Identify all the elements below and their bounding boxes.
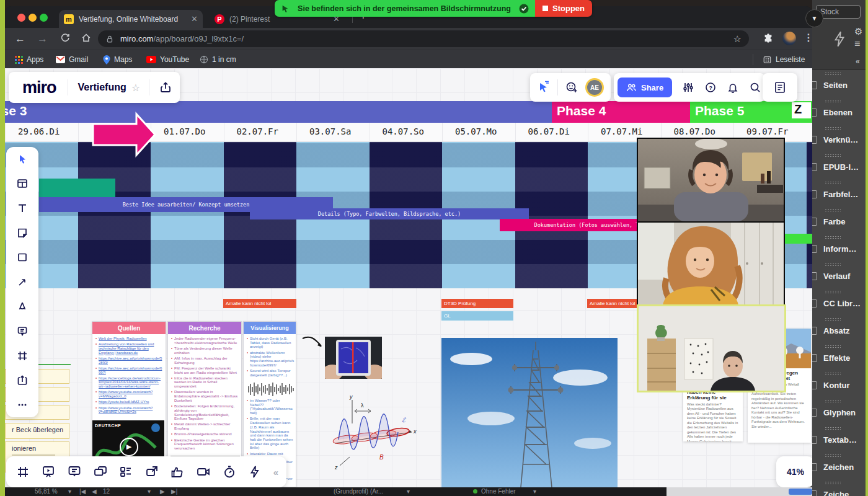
comment-tool[interactable]	[6, 319, 38, 343]
browser-menu-icon[interactable]: ⋮	[804, 32, 812, 43]
reload-button[interactable]	[60, 32, 71, 43]
add-reaction-icon[interactable]	[565, 81, 578, 94]
lightning-icon[interactable]	[833, 31, 846, 47]
panel-tab[interactable]: EPUB-I…	[812, 154, 866, 179]
frame-title-tag[interactable]: Z	[792, 102, 811, 118]
forward-button[interactable]: →	[37, 33, 48, 45]
collapse-toolbar-icon[interactable]: «	[273, 467, 277, 477]
extensions-puzzle-icon[interactable]	[763, 33, 774, 44]
preflight-status[interactable]: Ohne Fehler	[481, 488, 516, 495]
panel-tab[interactable]: Textab…	[812, 427, 866, 451]
share-button[interactable]: Share	[618, 78, 672, 97]
board-title[interactable]: Vertiefung	[78, 82, 126, 93]
frame-tool[interactable]	[6, 344, 38, 368]
first-page-icon[interactable]: |◀	[79, 488, 86, 495]
tag-dt3d[interactable]: DT3D Prüfung	[441, 299, 513, 308]
notes-doc-icon[interactable]	[773, 81, 787, 94]
templates-tool[interactable]	[6, 172, 38, 195]
reading-list-button[interactable]: Leseliste	[763, 53, 805, 66]
favorite-star-icon[interactable]: ☆	[131, 82, 140, 94]
panel-tab[interactable]: Seiten	[812, 72, 866, 97]
search-icon[interactable]	[749, 81, 761, 94]
page-number[interactable]: 12	[103, 488, 110, 495]
upload-tool[interactable]	[6, 368, 38, 392]
export-button[interactable]	[144, 464, 159, 479]
video-call-camera-button[interactable]	[196, 464, 211, 479]
document-zoom-value[interactable]: 56,81 %	[35, 488, 58, 495]
gantt-bar-details[interactable]: Details (Typo, Farbwelten, Bildsprache, …	[250, 208, 529, 219]
panel-tab[interactable]: Zeichen	[812, 454, 866, 479]
panel-tab[interactable]: Verlauf	[812, 263, 866, 288]
bookmark-star-icon[interactable]: ☆	[733, 33, 742, 45]
gantt-bar-teal[interactable]	[39, 179, 115, 197]
collapse-panel-icon[interactable]: «	[856, 57, 860, 66]
minimize-window-button[interactable]	[29, 14, 37, 22]
profile-dropdown-icon[interactable]: ▾	[407, 488, 410, 495]
frames-panel-button[interactable]	[16, 464, 30, 479]
tag-gl[interactable]: GL	[441, 311, 513, 321]
panel-tab[interactable]: Effekte	[812, 345, 866, 370]
tag-amalie-1[interactable]: Amalie kann nicht lol	[223, 299, 296, 308]
hscrollbar-thumb[interactable]	[789, 489, 812, 495]
panel-tab[interactable]: Kontur	[812, 372, 866, 397]
settings-sliders-icon[interactable]	[682, 81, 694, 94]
pen-tool[interactable]	[6, 295, 38, 319]
back-button[interactable]: ←	[15, 33, 25, 45]
bookmark-apps[interactable]: Apps	[15, 53, 43, 66]
menu-hamburger-icon[interactable]: ≡	[854, 38, 860, 50]
shape-tool[interactable]	[6, 246, 38, 269]
cursor-pointer-icon[interactable]	[537, 81, 551, 94]
bookmark-maps[interactable]: Maps	[103, 53, 132, 66]
sticky-row[interactable]: r Beck überlegen	[5, 423, 69, 439]
sticky-note-tool[interactable]	[6, 221, 38, 245]
tablet-photo[interactable]	[325, 337, 382, 379]
panel-tab[interactable]: CC Libr…	[812, 290, 866, 315]
cards-button[interactable]	[118, 464, 133, 479]
help-icon[interactable]: ?	[704, 81, 717, 94]
reactions-thumb-button[interactable]	[170, 464, 185, 479]
notifications-bell-icon[interactable]	[727, 81, 739, 94]
user-avatar[interactable]: AE	[585, 78, 604, 97]
select-tool[interactable]	[6, 148, 38, 171]
export-board-icon[interactable]	[159, 81, 172, 94]
gear-icon[interactable]: ⚙	[854, 26, 862, 37]
panel-tab[interactable]: Farbfel…	[812, 181, 866, 206]
connector-tool[interactable]	[6, 270, 38, 294]
play-button-icon[interactable]: ▶	[120, 438, 138, 456]
panel-tab[interactable]: Absatz	[812, 317, 866, 342]
panel-tab[interactable]: Farbe	[812, 208, 866, 233]
panel-tab[interactable]: Verknü…	[812, 126, 866, 151]
browser-profile-avatar[interactable]	[782, 32, 796, 45]
zoom-window-button[interactable]	[40, 14, 48, 22]
preflight-profile[interactable]: (Grundprofil) (Ar...	[334, 488, 383, 495]
panel-tab[interactable]: Glyphen	[812, 399, 866, 424]
last-page-icon[interactable]: ▶|	[171, 488, 177, 495]
gantt-bar-green[interactable]	[782, 234, 812, 244]
text-tool[interactable]	[6, 197, 38, 220]
activity-lightning-button[interactable]	[247, 464, 262, 479]
pink-arrow-marker[interactable]	[92, 112, 156, 157]
panel-tab[interactable]: Inform…	[812, 236, 866, 260]
bookmark-1incm[interactable]: 1 in cm	[200, 53, 236, 66]
tab-miro[interactable]: m Vertiefung, Online Whiteboard ✕	[59, 10, 203, 28]
home-button[interactable]	[81, 32, 92, 43]
page-dropdown-icon[interactable]: ▾	[148, 488, 151, 495]
stop-sharing-button[interactable]: Stoppen	[535, 0, 592, 17]
chat-button[interactable]	[93, 464, 108, 479]
collapse-circle-button[interactable]: ▼	[805, 9, 823, 27]
presentation-mode-button[interactable]	[41, 464, 56, 479]
url-bar[interactable]: miro.com/app/board/o9J_l9xtx1c=/ ☆	[98, 30, 749, 47]
comments-panel-button[interactable]	[67, 464, 82, 479]
close-window-button[interactable]	[17, 14, 25, 22]
close-tab-icon[interactable]: ✕	[191, 15, 198, 23]
radio-tower-photo[interactable]	[441, 338, 618, 487]
phase-4-bar[interactable]: Phase 4	[552, 101, 690, 123]
bookmark-gmail[interactable]: Gmail	[56, 53, 88, 66]
miro-logo[interactable]: miro	[22, 78, 56, 97]
em-wave-diagram[interactable]: y x z λ ℰ B	[327, 394, 418, 474]
more-tools[interactable]	[6, 393, 38, 417]
bookmark-youtube[interactable]: YouTube	[146, 53, 189, 66]
timer-button[interactable]	[222, 464, 237, 479]
next-page-icon[interactable]: ▶	[160, 488, 165, 495]
zoom-level-badge[interactable]: 41%	[776, 456, 812, 487]
